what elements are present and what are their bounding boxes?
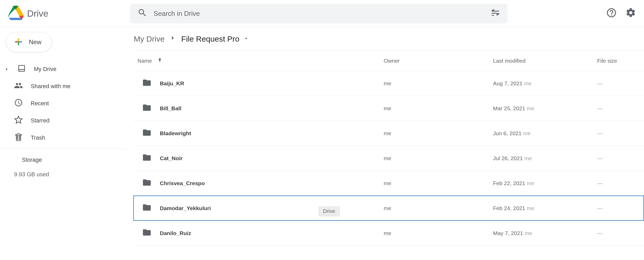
col-header-modified[interactable]: Last modified xyxy=(493,58,597,64)
col-header-name[interactable]: Name xyxy=(134,57,384,64)
main-content: My Drive File Request Pro Name Owner Las… xyxy=(127,27,644,260)
breadcrumb: My Drive File Request Pro xyxy=(134,27,644,51)
table-row[interactable]: Cat_Noir me Jul 26, 2021 me — xyxy=(134,146,644,171)
file-modified: Aug 7, 2021 me xyxy=(493,80,597,87)
clock-icon xyxy=(14,98,23,109)
app-name: Drive xyxy=(27,8,48,19)
sidebar: New My Drive Shared with me xyxy=(0,27,127,260)
file-modified: Feb 24, 2021 me xyxy=(493,205,597,211)
table-row[interactable]: Danilo_Ruiz me May 7, 2021 me — xyxy=(134,221,644,246)
nav-recent[interactable]: Recent xyxy=(0,95,127,112)
divider xyxy=(0,148,127,149)
file-owner: me xyxy=(384,155,493,161)
nav-list: My Drive Shared with me Recent Starred xyxy=(0,58,127,146)
folder-icon xyxy=(142,203,151,213)
file-size: — xyxy=(597,80,644,87)
plus-icon xyxy=(13,37,24,48)
storage-label: Storage xyxy=(22,157,42,163)
file-size: — xyxy=(597,230,644,236)
col-header-owner[interactable]: Owner xyxy=(384,58,493,64)
search-options-icon[interactable] xyxy=(490,8,500,19)
nav-label: Recent xyxy=(31,100,49,107)
people-icon xyxy=(14,81,23,92)
nav-label: Starred xyxy=(31,117,49,124)
file-name: Danilo_Ruiz xyxy=(160,230,191,236)
search-icon xyxy=(137,8,147,19)
folder-icon xyxy=(142,103,151,114)
file-owner: me xyxy=(384,205,493,211)
header-actions xyxy=(606,7,636,20)
file-name: Chrisvea_Crespo xyxy=(160,180,205,186)
folder-icon xyxy=(142,178,151,188)
file-name: Bladewright xyxy=(160,130,191,136)
nav-trash[interactable]: Trash xyxy=(0,129,127,146)
tooltip: Drive xyxy=(319,206,340,216)
table-header: Name Owner Last modified File size xyxy=(134,51,644,71)
file-owner: me xyxy=(384,80,493,87)
table-row[interactable]: Damodar_Yekkuluri Drive me Feb 24, 2021 … xyxy=(133,196,644,221)
settings-icon[interactable] xyxy=(625,7,636,20)
file-size: — xyxy=(597,205,643,211)
new-button[interactable]: New xyxy=(6,32,52,52)
table-row[interactable]: Bill_Ball me Mar 25, 2021 me — xyxy=(134,96,644,121)
file-modified: Feb 22, 2021 me xyxy=(493,180,597,186)
trash-icon xyxy=(14,133,23,143)
drive-logo-icon xyxy=(8,6,24,22)
file-size: — xyxy=(597,180,644,186)
file-name: Damodar_Yekkuluri xyxy=(160,205,211,211)
folder-icon xyxy=(142,228,151,238)
breadcrumb-current-label: File Request Pro xyxy=(181,35,239,43)
folder-icon xyxy=(142,153,151,164)
table-row[interactable]: Baiju_KR me Aug 7, 2021 me — xyxy=(134,71,644,96)
file-modified: May 7, 2021 me xyxy=(493,230,597,236)
table-row[interactable]: Chrisvea_Crespo me Feb 22, 2021 me — xyxy=(134,171,644,196)
storage-used: 9.93 GB used xyxy=(14,171,116,178)
file-owner: me xyxy=(384,180,493,186)
star-icon xyxy=(14,115,23,126)
file-owner: me xyxy=(384,105,493,112)
nav-label: Shared with me xyxy=(31,83,71,90)
nav-starred[interactable]: Starred xyxy=(0,112,127,129)
folder-icon xyxy=(142,128,151,139)
dropdown-caret-icon xyxy=(243,35,249,43)
my-drive-icon xyxy=(17,64,26,74)
caret-right-icon xyxy=(4,67,9,71)
chevron-right-icon xyxy=(169,34,176,43)
folder-icon xyxy=(142,78,151,89)
file-modified: Mar 25, 2021 me xyxy=(493,105,597,112)
file-size: — xyxy=(597,105,644,112)
table-row[interactable]: Bladewright me Jun 6, 2021 me — xyxy=(134,121,644,146)
nav-label: Trash xyxy=(31,134,45,141)
nav-my-drive[interactable]: My Drive xyxy=(0,61,127,78)
sort-arrow-up-icon xyxy=(157,57,163,64)
file-modified: Jun 6, 2021 me xyxy=(493,130,597,136)
breadcrumb-root[interactable]: My Drive xyxy=(134,35,165,43)
file-name: Cat_Noir xyxy=(160,155,183,161)
col-header-name-label: Name xyxy=(137,58,152,64)
file-name: Baiju_KR xyxy=(160,80,184,87)
file-owner: me xyxy=(384,230,493,236)
help-icon[interactable] xyxy=(606,7,617,20)
nav-shared-with-me[interactable]: Shared with me xyxy=(0,78,127,95)
file-size: — xyxy=(597,130,644,136)
search-bar[interactable] xyxy=(130,4,508,23)
file-name: Bill_Ball xyxy=(160,105,181,112)
new-button-label: New xyxy=(29,38,41,46)
table-body: Baiju_KR me Aug 7, 2021 me — Bill_Ball m… xyxy=(134,71,644,246)
file-modified: Jul 26, 2021 me xyxy=(493,155,597,161)
col-header-size[interactable]: File size xyxy=(597,58,644,64)
storage-section[interactable]: Storage 9.93 GB used xyxy=(0,153,127,178)
search-input[interactable] xyxy=(154,10,484,18)
header: Drive xyxy=(0,0,644,27)
nav-label: My Drive xyxy=(34,66,56,73)
logo-block[interactable]: Drive xyxy=(8,6,130,22)
file-size: — xyxy=(597,155,644,161)
breadcrumb-current[interactable]: File Request Pro xyxy=(181,35,249,43)
file-owner: me xyxy=(384,130,493,136)
